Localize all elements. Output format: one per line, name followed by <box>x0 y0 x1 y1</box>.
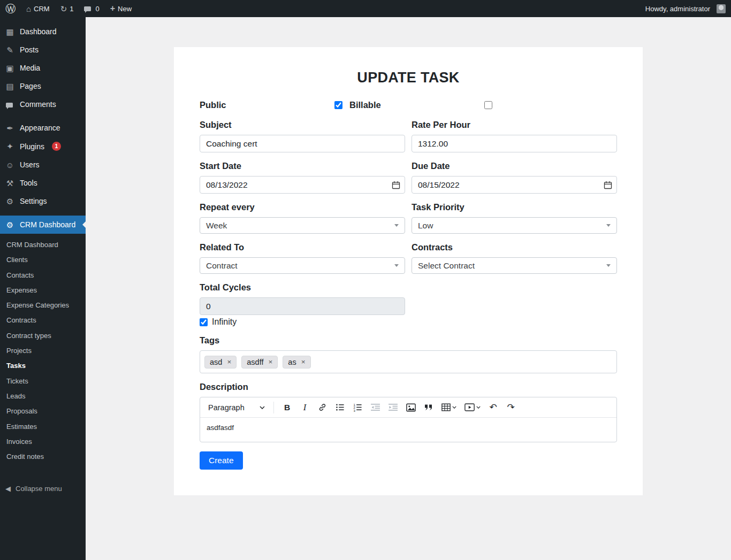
sidebar-item-dashboard[interactable]: ▦ Dashboard <box>0 22 86 41</box>
redo-button[interactable]: ↷ <box>504 400 518 415</box>
comments-link[interactable]: 0 <box>79 0 104 17</box>
numbered-list-icon: 123 <box>353 403 362 412</box>
link-button[interactable] <box>315 400 330 415</box>
create-button[interactable]: Create <box>200 451 243 470</box>
contracts-select[interactable]: Select Contract <box>412 257 617 274</box>
howdy-text: Howdy, administrator <box>645 5 710 13</box>
undo-button[interactable]: ↶ <box>486 400 500 415</box>
settings-icon: ⚙ <box>5 197 15 205</box>
contracts-label: Contracts <box>412 242 617 252</box>
pages-icon: ▤ <box>5 82 15 90</box>
public-label: Public <box>200 100 226 110</box>
tag-text: asd <box>210 358 222 366</box>
due-date-input[interactable] <box>412 176 617 194</box>
calendar-icon[interactable] <box>604 181 612 189</box>
sidebar-item-tools[interactable]: ⚒ Tools <box>0 174 86 192</box>
submenu-item-clients[interactable]: Clients <box>0 252 86 267</box>
total-cycles-input <box>200 297 405 315</box>
insert-image-button[interactable] <box>403 400 418 415</box>
blockquote-button[interactable] <box>421 400 436 415</box>
chevron-down-icon <box>606 264 611 267</box>
submenu-item-expense-categories[interactable]: Expense Categories <box>0 298 86 313</box>
collapse-icon: ◀ <box>5 485 11 493</box>
submenu-item-proposals[interactable]: Proposals <box>0 404 86 419</box>
paragraph-style-select[interactable]: Paragraph <box>204 401 269 414</box>
numbered-list-button[interactable]: 123 <box>351 400 365 415</box>
bullet-list-button[interactable] <box>333 400 347 415</box>
paragraph-style-value: Paragraph <box>208 403 245 412</box>
submenu-item-leads[interactable]: Leads <box>0 389 86 404</box>
submenu-item-estimates[interactable]: Estimates <box>0 419 86 434</box>
wordpress-logo-button[interactable]: Ⓦ <box>0 0 21 17</box>
submenu-item-crm-dashboard[interactable]: CRM Dashboard <box>0 237 86 252</box>
outdent-button[interactable] <box>368 400 383 415</box>
repeat-every-select[interactable]: Week <box>200 217 405 234</box>
start-date-input[interactable] <box>200 176 405 194</box>
tag-pill: asdff × <box>241 356 278 369</box>
task-priority-label: Task Priority <box>412 202 617 212</box>
sidebar-item-pages[interactable]: ▤ Pages <box>0 77 86 95</box>
submenu-item-tasks[interactable]: Tasks <box>0 358 86 373</box>
description-editor: Paragraph B I 123 <box>200 397 617 442</box>
related-to-label: Related To <box>200 242 405 252</box>
editor-toolbar: Paragraph B I 123 <box>200 397 616 418</box>
remove-tag-icon[interactable]: × <box>301 358 306 366</box>
remove-tag-icon[interactable]: × <box>227 358 231 366</box>
submenu-item-tickets[interactable]: Tickets <box>0 374 86 389</box>
related-to-select[interactable]: Contract <box>200 257 405 274</box>
crm-submenu: CRM Dashboard Clients Contacts Expenses … <box>0 234 86 465</box>
table-button[interactable] <box>439 400 459 415</box>
sidebar-item-crm-dashboard[interactable]: ⚙ CRM Dashboard <box>0 216 86 234</box>
rate-per-hour-label: Rate Per Hour <box>412 120 617 130</box>
account-menu-link[interactable]: Howdy, administrator <box>640 0 731 17</box>
submenu-item-contract-types[interactable]: Contract types <box>0 328 86 343</box>
update-task-card: UPDATE TASK Public Billable Subject Rate… <box>174 47 643 495</box>
sidebar-item-media[interactable]: ▣ Media <box>0 59 86 77</box>
submenu-item-contracts[interactable]: Contracts <box>0 313 86 328</box>
updates-link[interactable]: ↻ 1 <box>55 0 79 17</box>
related-to-value: Contract <box>206 261 238 271</box>
infinity-checkbox[interactable] <box>200 318 208 326</box>
subject-input[interactable] <box>200 135 405 152</box>
italic-button[interactable]: I <box>298 400 312 415</box>
total-cycles-label: Total Cycles <box>200 282 405 293</box>
updates-icon: ↻ <box>60 5 67 13</box>
sidebar-item-comments[interactable]: Comments <box>0 95 86 113</box>
submenu-item-credit-notes[interactable]: Credit notes <box>0 449 86 464</box>
public-checkbox[interactable] <box>334 101 342 109</box>
new-content-link[interactable]: + New <box>105 0 137 17</box>
remove-tag-icon[interactable]: × <box>268 358 272 366</box>
collapse-menu-button[interactable]: ◀ Collapse menu <box>0 479 86 498</box>
sidebar-item-settings[interactable]: ⚙ Settings <box>0 192 86 210</box>
bold-button[interactable]: B <box>280 400 294 415</box>
contracts-value: Select Contract <box>418 261 475 271</box>
media-icon: ▣ <box>5 64 15 72</box>
description-label: Description <box>200 382 617 392</box>
due-date-label: Due Date <box>412 161 617 171</box>
indent-button[interactable] <box>386 400 400 415</box>
comments-bubble-icon <box>84 6 91 11</box>
avatar <box>717 4 726 13</box>
link-icon <box>318 403 327 412</box>
image-icon <box>406 403 416 412</box>
rate-per-hour-input[interactable] <box>412 135 617 152</box>
submenu-item-expenses[interactable]: Expenses <box>0 283 86 298</box>
description-content[interactable]: asdfasdf <box>200 418 616 442</box>
sidebar-item-plugins[interactable]: ✦ Plugins 1 <box>0 137 86 156</box>
task-priority-select[interactable]: Low <box>412 217 617 234</box>
tags-input[interactable]: asd × asdff × as × <box>200 350 617 373</box>
insert-media-button[interactable] <box>462 400 483 415</box>
billable-checkbox[interactable] <box>484 101 492 109</box>
sidebar-item-appearance[interactable]: ✒ Appearance <box>0 119 86 137</box>
submenu-item-contacts[interactable]: Contacts <box>0 268 86 283</box>
sidebar-item-posts[interactable]: ✎ Posts <box>0 41 86 59</box>
calendar-icon[interactable] <box>392 181 400 189</box>
svg-text:3: 3 <box>353 409 355 412</box>
infinity-label: Infinity <box>212 317 237 327</box>
submenu-item-invoices[interactable]: Invoices <box>0 434 86 449</box>
site-name-link[interactable]: ⌂ CRM <box>21 0 55 17</box>
tag-text: asdff <box>247 358 263 366</box>
bullet-list-icon <box>336 403 345 412</box>
sidebar-item-users[interactable]: ☺ Users <box>0 156 86 174</box>
submenu-item-projects[interactable]: Projects <box>0 343 86 358</box>
